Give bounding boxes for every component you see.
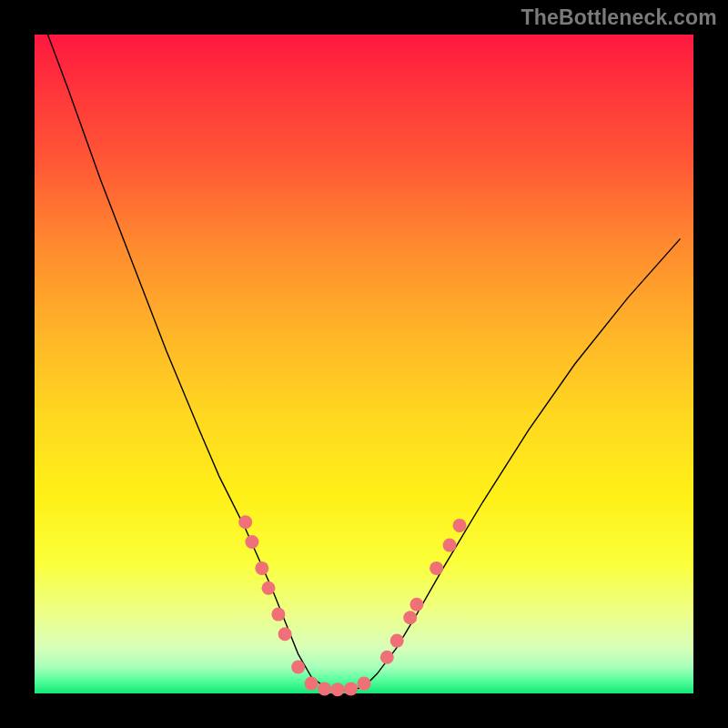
bottleneck-curve bbox=[48, 35, 681, 690]
marker-group bbox=[238, 515, 466, 696]
data-marker bbox=[291, 661, 305, 674]
data-marker bbox=[255, 561, 268, 575]
watermark-text: TheBottleneck.com bbox=[521, 5, 717, 30]
data-marker bbox=[238, 515, 252, 529]
data-marker bbox=[318, 682, 331, 695]
data-marker bbox=[278, 627, 292, 641]
chart-stage: TheBottleneck.com bbox=[0, 0, 728, 728]
chart-overlay bbox=[35, 35, 693, 693]
data-marker bbox=[410, 598, 423, 612]
data-marker bbox=[430, 561, 443, 575]
plot-area bbox=[35, 35, 693, 693]
data-marker bbox=[390, 634, 404, 648]
data-marker bbox=[305, 677, 318, 691]
data-marker bbox=[245, 535, 258, 549]
data-marker bbox=[271, 608, 285, 622]
data-marker bbox=[358, 677, 371, 691]
data-marker bbox=[380, 651, 394, 664]
data-marker bbox=[344, 682, 358, 695]
data-marker bbox=[331, 682, 345, 696]
data-marker bbox=[262, 581, 276, 595]
data-marker bbox=[453, 519, 467, 532]
data-marker bbox=[443, 539, 457, 552]
data-marker bbox=[403, 611, 417, 624]
